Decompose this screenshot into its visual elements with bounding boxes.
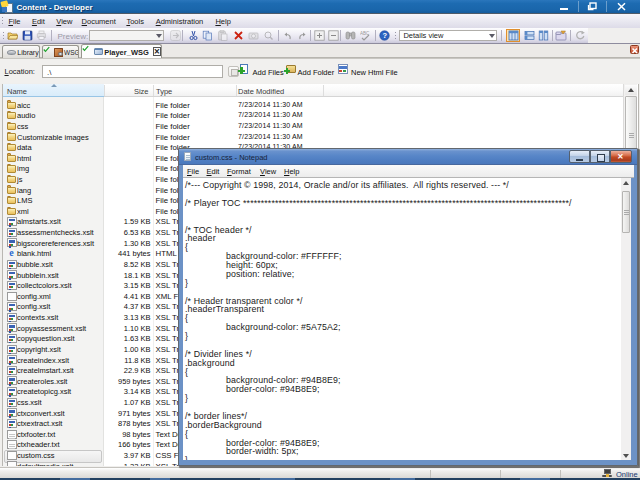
svg-text:?: ?	[382, 31, 387, 40]
